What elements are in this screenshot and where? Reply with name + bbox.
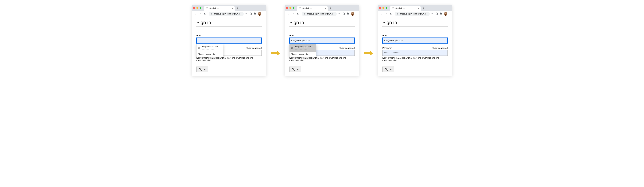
autofill-username: foo@example.com xyxy=(202,46,218,48)
browser-tab[interactable]: Signin form × xyxy=(390,6,420,11)
new-tab-button[interactable]: + xyxy=(328,6,333,10)
address-bar[interactable]: https://sign-in-form.glitch.me xyxy=(209,12,244,16)
email-input[interactable] xyxy=(382,38,448,44)
maximize-window-button[interactable] xyxy=(386,7,388,9)
email-input[interactable] xyxy=(196,38,262,44)
profile-avatar[interactable] xyxy=(258,12,261,16)
close-tab-icon[interactable]: × xyxy=(325,7,326,10)
star-icon[interactable] xyxy=(250,12,252,16)
back-button[interactable] xyxy=(286,12,290,16)
svg-point-18 xyxy=(450,13,450,14)
tab-title: Signin form xyxy=(210,7,230,10)
key-icon[interactable] xyxy=(338,12,341,16)
password-input[interactable] xyxy=(382,50,448,56)
forward-button[interactable] xyxy=(291,12,296,16)
forward-button[interactable] xyxy=(198,12,202,16)
menu-icon[interactable] xyxy=(449,13,451,15)
sign-in-button[interactable]: Sign in xyxy=(289,67,301,72)
email-label: Email xyxy=(196,34,262,37)
sign-in-button[interactable]: Sign in xyxy=(196,67,208,72)
reload-button[interactable] xyxy=(203,12,208,16)
extensions-icon[interactable] xyxy=(440,12,442,16)
autofill-suggestion[interactable]: foo@example.com •••••••••••••••• xyxy=(290,44,316,52)
svg-marker-9 xyxy=(342,13,345,15)
tab-strip: Signin form × + xyxy=(378,5,452,11)
browser-toolbar: https://sign-in-form.glitch.me xyxy=(192,11,266,17)
email-label: Email xyxy=(289,34,355,37)
minimize-window-button[interactable] xyxy=(196,7,198,9)
email-label: Email xyxy=(382,34,448,37)
svg-point-11 xyxy=(357,13,357,14)
menu-icon[interactable] xyxy=(263,13,265,15)
tab-strip: Signin form × + xyxy=(192,5,266,11)
browser-toolbar: https://sign-in-form.glitch.me xyxy=(378,11,452,17)
toolbar-right xyxy=(245,12,265,16)
close-tab-icon[interactable]: × xyxy=(418,7,419,10)
url-text: https://sign-in-form.glitch.me xyxy=(214,13,240,15)
tab-title: Signin form xyxy=(302,7,324,10)
url-text: https://sign-in-form.glitch.me xyxy=(400,13,426,15)
sign-in-button[interactable]: Sign in xyxy=(382,67,394,72)
close-window-button[interactable] xyxy=(286,7,288,9)
star-icon[interactable] xyxy=(342,12,345,16)
new-tab-button[interactable]: + xyxy=(236,6,240,10)
menu-icon[interactable] xyxy=(356,13,358,15)
back-button[interactable] xyxy=(379,12,383,16)
page-content: Sign in Email foo@example.com ••••••••••… xyxy=(192,17,266,76)
arrow-icon xyxy=(271,50,280,56)
globe-icon xyxy=(206,7,208,10)
page-heading: Sign in xyxy=(382,20,448,25)
address-bar[interactable]: https://sign-in-form.glitch.me xyxy=(302,12,337,16)
lock-icon xyxy=(303,13,306,15)
svg-marker-2 xyxy=(250,13,252,15)
show-password-toggle[interactable]: Show password xyxy=(339,47,355,49)
back-button[interactable] xyxy=(193,12,197,16)
password-hint: Eight or more characters, with at least … xyxy=(196,57,262,61)
maximize-window-button[interactable] xyxy=(200,7,202,9)
autofill-dropdown: foo@example.com •••••••••••••••• Manage … xyxy=(289,44,316,57)
reload-button[interactable] xyxy=(389,12,394,16)
browser-tab[interactable]: Signin form × xyxy=(297,6,328,11)
close-window-button[interactable] xyxy=(193,7,195,9)
globe-icon xyxy=(392,7,394,10)
manage-passwords-link[interactable]: Manage passwords... xyxy=(290,52,316,57)
close-tab-icon[interactable]: × xyxy=(232,7,233,10)
manage-passwords-link[interactable]: Manage passwords... xyxy=(196,52,223,57)
star-icon[interactable] xyxy=(436,12,438,16)
svg-point-10 xyxy=(357,13,357,13)
svg-point-3 xyxy=(264,13,264,13)
tab-strip: Signin form × + xyxy=(284,5,360,11)
password-label: Password xyxy=(382,47,392,49)
toolbar-right xyxy=(431,12,451,16)
show-password-toggle[interactable]: Show password xyxy=(246,47,262,49)
address-bar[interactable]: https://sign-in-form.glitch.me xyxy=(395,12,430,16)
lock-icon xyxy=(210,13,212,15)
minimize-window-button[interactable] xyxy=(289,7,291,9)
profile-avatar[interactable] xyxy=(351,12,354,16)
key-icon[interactable] xyxy=(245,12,248,16)
autofill-suggestion[interactable]: foo@example.com •••••••••••••••• xyxy=(196,44,223,52)
extensions-icon[interactable] xyxy=(254,12,256,16)
svg-point-1 xyxy=(246,14,246,14)
browser-tab[interactable]: Signin form × xyxy=(204,6,234,11)
autofill-username: foo@example.com xyxy=(295,46,311,48)
svg-point-5 xyxy=(264,14,264,14)
page-content: Sign in Email Password Show password Eig… xyxy=(378,17,452,76)
password-hint: Eight or more characters, with at least … xyxy=(382,57,448,61)
email-input[interactable] xyxy=(289,38,355,44)
profile-avatar[interactable] xyxy=(444,12,447,16)
maximize-window-button[interactable] xyxy=(292,7,294,9)
arrow-icon xyxy=(364,50,373,56)
browser-window-1: Signin form × + https://sign-in-form.gli… xyxy=(192,5,266,76)
tab-title: Signin form xyxy=(396,7,416,10)
key-icon[interactable] xyxy=(431,12,434,16)
reload-button[interactable] xyxy=(296,12,300,16)
svg-point-8 xyxy=(338,14,339,14)
close-window-button[interactable] xyxy=(379,7,381,9)
extensions-icon[interactable] xyxy=(347,12,349,16)
minimize-window-button[interactable] xyxy=(382,7,384,9)
forward-button[interactable] xyxy=(384,12,388,16)
window-controls xyxy=(193,7,202,9)
show-password-toggle[interactable]: Show password xyxy=(432,47,448,49)
new-tab-button[interactable]: + xyxy=(422,6,426,10)
